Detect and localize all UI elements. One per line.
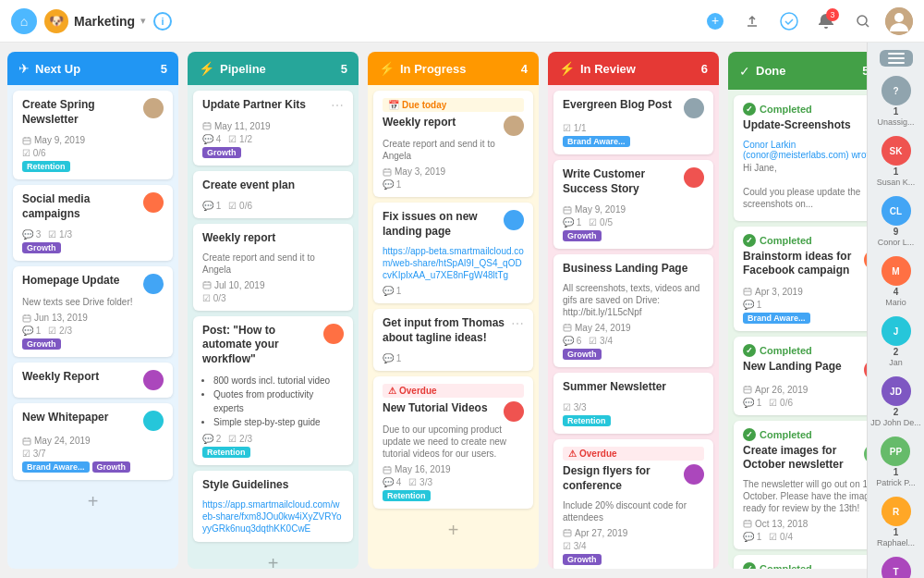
card[interactable]: Weekly report Create report and send it … bbox=[193, 224, 353, 311]
card-tags: Growth bbox=[563, 554, 704, 565]
sidebar-user-name: Jan bbox=[889, 358, 903, 367]
card[interactable]: Create Spring Newsletter May 9, 2019 ☑ 0… bbox=[13, 91, 173, 179]
home-button[interactable]: ⌂ bbox=[11, 8, 37, 34]
card-meta: May 3, 2019 💬 1 bbox=[383, 166, 524, 190]
card[interactable]: Create event plan 💬 1☑ 0/6 bbox=[193, 171, 353, 219]
card[interactable]: ⚠Overdue New Tutorial Videos Due to our … bbox=[373, 376, 533, 509]
col-icon-inprogress: ⚡ bbox=[379, 61, 395, 76]
card[interactable]: 📅Due today Weekly report Create report a… bbox=[373, 91, 533, 197]
card[interactable]: ✓ Completed New Landing Page Apr 26, 201… bbox=[734, 337, 867, 415]
card[interactable]: Write Customer Success Story May 9, 2019… bbox=[553, 160, 713, 249]
sidebar-user-4[interactable]: J 2 Jan bbox=[881, 316, 911, 367]
card-stats: 💬 1☑ 0/6 bbox=[202, 201, 344, 211]
completed-badge: ✓ Completed bbox=[743, 562, 867, 569]
card-link[interactable]: https://app-beta.smartmailcloud.com/web-… bbox=[383, 245, 524, 281]
card-menu-dots[interactable]: ⋯ bbox=[331, 98, 344, 113]
check-button[interactable] bbox=[774, 6, 804, 36]
info-button[interactable]: i bbox=[153, 12, 172, 31]
card[interactable]: Social media campaigns 💬 3☑ 1/3Growth bbox=[13, 185, 173, 261]
card[interactable]: Update Partner Kits ⋯ May 11, 2019 💬 4☑ … bbox=[193, 91, 353, 166]
sidebar-user-7[interactable]: R 1 Raphael... bbox=[877, 497, 915, 547]
sidebar-user-2[interactable]: CL 9 Conor L... bbox=[878, 196, 915, 247]
card-menu-dots[interactable]: ⋯ bbox=[511, 316, 524, 331]
sidebar-user-3[interactable]: M 4 Mario bbox=[881, 256, 911, 307]
card[interactable]: Summer Newsletter ☑ 3/3Retention bbox=[553, 373, 713, 435]
card[interactable]: Fix issues on new landing page https://a… bbox=[373, 203, 533, 303]
tag: Retention bbox=[22, 161, 70, 172]
card[interactable]: ✓ Completed Update-Screenshots ⋯ Conor L… bbox=[734, 95, 867, 221]
card-meta: Apr 26, 2019 💬 1☑ 0/6 bbox=[743, 385, 867, 408]
card-meta: 💬 3☑ 1/3Growth bbox=[22, 229, 164, 253]
column-pipeline: ⚡ Pipeline 5 Update Partner Kits ⋯ May 1… bbox=[188, 52, 359, 569]
card[interactable]: Get input from Thomas about tagline idea… bbox=[373, 309, 533, 371]
sidebar-user-name: Raphael... bbox=[877, 538, 915, 547]
sidebar-menu-button[interactable] bbox=[880, 50, 913, 67]
sidebar-avatar: M bbox=[881, 256, 911, 286]
card[interactable]: Post: "How to automate your workflow" 80… bbox=[193, 316, 353, 465]
card-date: Apr 26, 2019 bbox=[743, 385, 867, 395]
comment-stat: 💬 1 bbox=[383, 179, 401, 190]
card-tags: Growth bbox=[22, 338, 164, 350]
card-title: Business Landing Page bbox=[563, 262, 704, 277]
card-stats: 💬 2☑ 2/3 bbox=[202, 434, 344, 444]
sidebar-user-name: Unassig... bbox=[877, 117, 914, 127]
card-date: Apr 27, 2019 bbox=[563, 528, 704, 538]
project-selector[interactable]: 🐶 Marketing ▾ bbox=[44, 9, 146, 33]
card[interactable]: Evergreen Blog Post ☑ 1/1Brand Aware... bbox=[553, 91, 713, 154]
card-title: Update-Screenshots bbox=[743, 118, 867, 133]
card-title: Social media campaigns bbox=[22, 192, 140, 221]
card[interactable]: Business Landing Page All screenshots, t… bbox=[553, 254, 713, 367]
check-stat: ☑ 3/3 bbox=[563, 402, 587, 412]
card[interactable]: New Whitepaper May 24, 2019 ☑ 3/7Brand A… bbox=[13, 403, 173, 480]
card-link[interactable]: https://app.smartmailcloud.com/web-share… bbox=[202, 498, 344, 535]
card-meta: May 24, 2019 💬 6☑ 3/4Growth bbox=[563, 323, 704, 360]
card[interactable]: ⚠Overdue Design flyers for conference In… bbox=[553, 439, 713, 569]
upload-button[interactable] bbox=[737, 6, 767, 36]
svg-point-3 bbox=[857, 16, 867, 25]
card[interactable]: Homepage Update New texts see Drive fold… bbox=[13, 266, 173, 357]
card-meta: 💬 2☑ 2/3Retention bbox=[202, 434, 344, 458]
card-stats: ☑ 3/7 bbox=[22, 449, 164, 459]
sidebar-user-count: 4 bbox=[894, 287, 899, 297]
comment-stat: 💬 3 bbox=[22, 229, 41, 240]
check-stat: ☑ 2/3 bbox=[48, 326, 72, 336]
col-add-btn-pipeline[interactable]: + bbox=[193, 547, 353, 569]
card-subtitle: The newsletter will go out on 15th Octob… bbox=[743, 478, 867, 514]
sidebar-user-6[interactable]: PP 1 Patrick P... bbox=[876, 437, 915, 487]
card[interactable]: Weekly Report bbox=[13, 363, 173, 398]
col-count-inreview: 6 bbox=[701, 62, 708, 76]
right-sidebar: ? 1 Unassig... SK 1 Susan K... CL 9 Cono… bbox=[867, 43, 924, 578]
notifications-button[interactable]: 3 bbox=[811, 6, 841, 36]
card-title: Get input from Thomas about tagline idea… bbox=[383, 316, 507, 345]
board: ✈ Next Up 5 Create Spring Newsletter May… bbox=[0, 43, 867, 578]
card-meta: May 16, 2019 💬 4☑ 3/3Retention bbox=[383, 464, 524, 501]
card[interactable]: ✓ Completed New-Affiliate Program bbox=[734, 555, 867, 569]
user-avatar[interactable] bbox=[885, 7, 913, 35]
card-tags: Brand Aware... bbox=[563, 136, 704, 147]
card[interactable]: ✓ Completed Brainstorm ideas for Faceboo… bbox=[734, 227, 867, 331]
comment-stat: 💬 1 bbox=[563, 217, 581, 228]
card-tags: Retention bbox=[383, 490, 524, 501]
card[interactable]: ✓ Completed Create images for October ne… bbox=[734, 421, 867, 549]
sidebar-user-name: Susan K... bbox=[877, 178, 916, 187]
sidebar-user-0[interactable]: ? 1 Unassig... bbox=[877, 76, 914, 127]
tag: Growth bbox=[22, 338, 61, 350]
sidebar-avatar: T bbox=[881, 557, 911, 578]
search-button[interactable] bbox=[848, 6, 878, 36]
sidebar-user-8[interactable]: T Timo bbox=[881, 557, 911, 578]
sidebar-user-5[interactable]: JD 2 JD John De... bbox=[870, 376, 921, 427]
card-meta: ☑ 3/3Retention bbox=[563, 402, 704, 426]
col-add-btn-nextup[interactable]: + bbox=[13, 486, 173, 518]
sidebar-avatar: JD bbox=[881, 376, 911, 406]
tag: Growth bbox=[202, 147, 241, 158]
card-title: Create images for October newsletter bbox=[743, 444, 860, 473]
col-count-nextup: 5 bbox=[161, 62, 167, 76]
add-button[interactable]: + bbox=[700, 6, 730, 36]
col-add-btn-inprogress[interactable]: + bbox=[373, 514, 533, 547]
card-stats: 💬 3☑ 1/3 bbox=[22, 229, 164, 240]
sidebar-user-1[interactable]: SK 1 Susan K... bbox=[877, 136, 916, 187]
card-stats: 💬 1 bbox=[743, 300, 867, 310]
card-stats: ☑ 0/6 bbox=[22, 148, 164, 158]
card-date: Apr 3, 2019 bbox=[743, 287, 867, 297]
card[interactable]: Style Guidelines https://app.smartmailcl… bbox=[193, 471, 353, 543]
